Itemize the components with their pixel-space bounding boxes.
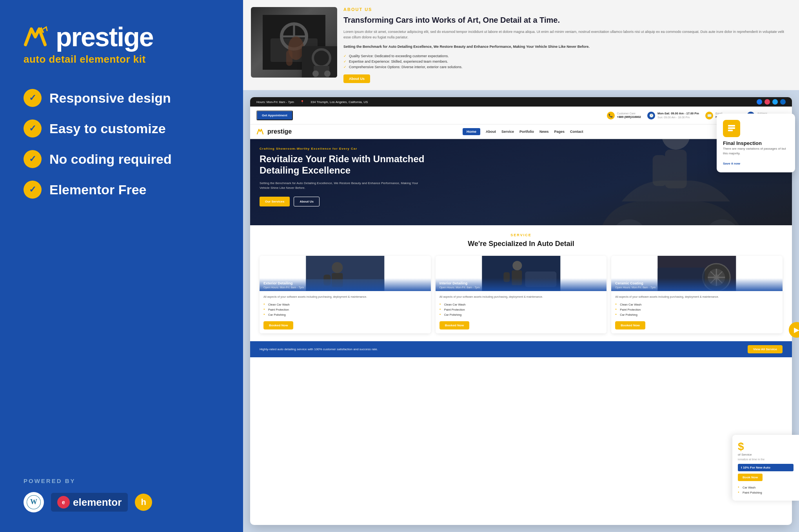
topbar-location-icon: 📍 [300,100,304,104]
promo-list-item-2: ● Paint Polishing [738,490,794,495]
about-checklist: Quality Service: Dedicated to exceeding … [343,53,788,70]
service-desc-2: All aspects of your software assets incl… [439,295,603,299]
book-btn-2[interactable]: Booked Now [439,321,469,329]
svg-point-14 [312,71,319,77]
elementor-icon: e [57,496,70,508]
service-sub: iomatize at time in the [738,458,794,461]
nav-home[interactable]: Home [463,128,480,135]
svg-rect-48 [728,130,733,131]
svg-point-28 [332,262,343,273]
phone-value: +889 (865)316802 [617,115,641,119]
service-desc-3: All aspects of your software assets incl… [615,295,779,299]
services-title: We're Specialized In Auto Detail [260,239,783,248]
left-panel: prestige auto detail elementor kit Respo… [0,0,243,532]
about-check-3: Comprehensive Service Options: Diverse i… [343,64,788,70]
service-overlay-1: Exterior Detailing Open Hours: Mon-Fri: … [260,278,431,291]
about-us-hero-button[interactable]: About Us [294,197,320,206]
service-checklist-3: Clean Car Wash Paint Protection Car Poli… [615,302,779,317]
about-sub-description: Setting the Benchmark for Auto Detailing… [343,44,788,50]
hours-value: Mon-Sat: 09.00 Am - 17.00 Pm [657,112,699,116]
feature-item-1: Responsive design [24,89,220,107]
nav-portfolio[interactable]: Portfolio [519,130,534,134]
service-item-2-1: Clean Car Wash [439,302,603,307]
site-header: Get Appointment 📞 Customer Care +889 (86… [250,107,792,125]
bottom-bar-text: Highly-rated auto detailing service with… [260,347,378,351]
service-checklist-1: Clean Car Wash Paint Protection Car Poli… [263,302,427,317]
instagram-icon[interactable] [764,99,770,105]
book-now-promo-button[interactable]: Book Now [738,474,763,481]
final-inspection-title: Final Inspection [723,140,789,147]
service-hours-1: Open Hours: Mon-Fri: 8am - 7pm [263,286,427,289]
discount-badge: t 10% For New Auto [738,464,794,471]
svg-point-15 [324,71,330,77]
service-item-2-3: Car Polishing [439,312,603,317]
about-us-button[interactable]: About Us [343,74,370,83]
feature-label-1: Responsive design [49,90,171,106]
topbar-address: 334 Triumph, Los Angeles, California, US [311,100,368,104]
svg-text:W: W [30,498,37,506]
service-desc-1: All aspects of your software assets incl… [263,295,427,299]
get-appointment-button[interactable]: Get Appointment [256,110,293,120]
tagline: auto detail elementor kit [24,53,220,65]
nav-about[interactable]: About [486,130,496,134]
service-card-3: Ceramic Coating Open Hours: Mon-Fri: 8am… [611,256,783,334]
svg-rect-46 [728,125,735,127]
svg-rect-10 [286,50,292,66]
final-inspection-icon-area [723,120,789,137]
hello-theme-logo: h [135,494,152,511]
services-section: SERVICE We're Specialized In Auto Detail [250,225,792,341]
our-services-button[interactable]: Our Services [260,197,290,206]
hero-title: Revitalize Your Ride with Unmatched Deta… [260,154,429,176]
service-card-1: Exterior Detailing Open Hours: Mon-Fri: … [260,256,431,334]
view-all-services-button[interactable]: View All Service [748,345,783,353]
promo-list-item-1: ● Car Wash [738,485,794,490]
about-check-2: Expertise and Experience: Skilled, exper… [343,59,788,64]
svg-point-33 [512,261,522,270]
service-hours-2: Open Hours: Mon-Fri: 8am - 7pm [439,286,603,289]
services-grid: Exterior Detailing Open Hours: Mon-Fri: … [260,256,783,334]
twitter-icon[interactable] [772,99,778,105]
service-img-3: Ceramic Coating Open Hours: Mon-Fri: 8am… [611,256,783,291]
prestige-logo-icon [24,25,51,49]
nav-news[interactable]: News [539,130,549,134]
nav-service[interactable]: Service [501,130,514,134]
about-check-1: Quality Service: Dedicated to exceeding … [343,53,788,59]
facebook-icon[interactable] [757,99,762,105]
service-item-3-2: Paint Protection [615,307,779,312]
right-promo-card: $ of Service iomatize at time in the t 1… [732,435,799,501]
book-btn-3[interactable]: Booked Now [615,321,645,329]
powered-logos: W e elementor h [24,492,220,512]
book-btn-1[interactable]: Booked Now [263,321,293,329]
price-symbol: $ [738,440,744,453]
about-photo-overlay [302,46,337,78]
topbar-right [757,99,786,105]
nav-links: Home About Service Portfolio News Pages … [463,128,583,135]
service-img-2: Interior Detailing Open Hours: Mon-Fri: … [436,256,607,291]
website-mockup: Hours: Mon-Fri: 8am - 7pm 📍 334 Triumph,… [250,97,792,525]
service-body-3: All aspects of your software assets incl… [611,291,783,334]
service-body-2: All aspects of your software assets incl… [436,291,607,334]
hero-subtitle: Crafting Showroom-Worthy Excellence for … [260,147,429,150]
hero-section: Crafting Showroom-Worthy Excellence for … [250,139,792,225]
header-left: Get Appointment [256,110,293,120]
service-label: of Service [738,453,794,456]
feature-label-2: Easy to customize [49,121,166,136]
logo-text: prestige [56,24,153,50]
nav-contact[interactable]: Contact [570,130,583,134]
nav-pages[interactable]: Pages [554,130,565,134]
feature-item-4: Elementor Free [24,181,220,199]
mockup-inner: Hours: Mon-Fri: 8am - 7pm 📍 334 Triumph,… [250,97,792,525]
hours-block: 🕐 Mon-Sat: 09.00 Am - 17.00 Pm Sun: 09.0… [647,112,699,119]
about-description: Lorem ipsum dolor sit amet, consectetur … [343,29,788,40]
about-title: Transforming Cars into Works of Art, One… [343,15,788,25]
service-hours-3: Open Hours: Mon-Fri: 8am - 7pm [615,286,779,289]
phone-block: 📞 Customer Care +889 (865)316802 [607,112,641,119]
service-card-2: Interior Detailing Open Hours: Mon-Fri: … [436,256,607,334]
final-inspection-link[interactable]: Save it now [723,162,740,165]
email-icon: ✉️ [705,112,713,119]
hero-content: Crafting Showroom-Worthy Excellence for … [250,139,438,214]
topbar-hours: Hours: Mon-Fri: 8am - 7pm [256,100,294,104]
service-overlay-3: Ceramic Coating Open Hours: Mon-Fri: 8am… [611,278,783,291]
about-image-box [251,7,337,78]
linkedin-icon[interactable] [780,99,786,105]
